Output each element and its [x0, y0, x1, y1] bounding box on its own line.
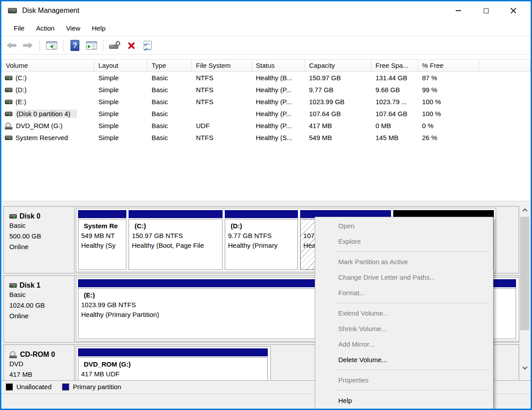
- scrollbar-thumb[interactable]: [520, 217, 529, 330]
- cell-type: Basic: [148, 74, 192, 82]
- disk-info-line: 500.00 GB: [9, 231, 74, 242]
- column-header-free-spa[interactable]: Free Spa...: [372, 59, 418, 72]
- disk-info-cd-rom-0[interactable]: CD-ROM 0DVD417 MB: [4, 345, 74, 380]
- cell-file-system: UDF: [192, 122, 252, 129]
- toolbar-button-forward[interactable]: [21, 39, 35, 52]
- cell-free-space: 9.68 GB: [372, 86, 418, 94]
- context-menu-item-explore: Explore: [315, 234, 493, 249]
- cell-layout: Simple: [94, 134, 148, 141]
- volume-row-system-reserved[interactable]: System ReservedSimpleBasicNTFSHealthy (S…: [1, 132, 531, 144]
- volume-row-dvd_rom-(g:)[interactable]: DVD_ROM (G:)SimpleBasicUDFHealthy (P...4…: [1, 120, 531, 132]
- volume-row-(c:)[interactable]: (C:)SimpleBasicNTFSHealthy (B...150.97 G…: [1, 72, 531, 84]
- close-icon: [510, 8, 516, 14]
- legend-swatch: [6, 383, 13, 390]
- context-menu-item-help[interactable]: Help: [315, 393, 493, 408]
- cell-pct-free: 26 %: [418, 134, 479, 141]
- partition-body: DVD_ROM (G:)417 MB UDF: [78, 357, 268, 380]
- partition-size-line: 150.97 GB NTFS: [132, 231, 219, 241]
- cell-pct-free: 100 %: [418, 98, 479, 105]
- help-icon: ?: [70, 40, 79, 51]
- partition-title: DVD_ROM (G:): [81, 359, 265, 369]
- partition-title: (C:): [132, 221, 219, 231]
- partition-block-(d:)[interactable]: (D:)9.77 GB NTFSHealthy (Primary: [225, 210, 298, 270]
- minimize-button[interactable]: [445, 1, 472, 20]
- cell-type: Basic: [148, 134, 192, 141]
- toolbar-button-back[interactable]: [5, 39, 18, 52]
- disk-info-disk-1[interactable]: Disk 1Basic1024.00 GBOnline: [4, 276, 74, 342]
- scroll-up-button[interactable]: [520, 205, 530, 214]
- volume-list: VolumeLayoutTypeFile SystemStatusCapacit…: [1, 55, 531, 201]
- cell-file-system: NTFS: [192, 134, 252, 141]
- volume-cell: (E:): [1, 98, 94, 105]
- cell-type: Basic: [148, 110, 192, 117]
- caption-controls: [445, 1, 527, 20]
- column-header-%-free[interactable]: % Free: [418, 59, 479, 72]
- back-icon: [7, 43, 16, 49]
- legend-item-primary-partition: Primary partition: [62, 383, 121, 390]
- toolbar-button-show-console-tree[interactable]: [45, 39, 58, 52]
- column-header-volume[interactable]: Volume: [1, 59, 94, 72]
- cell-status: Healthy (S...: [252, 134, 305, 141]
- column-header-status[interactable]: Status: [252, 59, 305, 72]
- cd-icon: [5, 122, 13, 129]
- toolbar-button-checklist[interactable]: [141, 39, 154, 52]
- partition-block-system-re[interactable]: System Re549 MB NTHealthy (Sy: [78, 210, 126, 270]
- menu-file[interactable]: File: [8, 22, 30, 35]
- close-button[interactable]: [500, 1, 527, 20]
- partition-color-bar: [78, 210, 126, 218]
- cell-capacity: 417 MB: [305, 122, 372, 129]
- cell-status: Healthy (P...: [252, 110, 305, 117]
- toolbar-button-device-search[interactable]: [108, 39, 121, 52]
- menu-action[interactable]: Action: [30, 22, 60, 35]
- scroll-down-button[interactable]: [520, 364, 530, 373]
- splitter[interactable]: [1, 201, 531, 204]
- toolbar-button-show-action-pane[interactable]: [85, 39, 98, 52]
- drive-icon: [5, 100, 12, 104]
- partition-block-dvd_rom-(g:)[interactable]: DVD_ROM (G:)417 MB UDF: [78, 348, 268, 380]
- cell-capacity: 1023.99 GB: [305, 98, 372, 105]
- column-header-file-system[interactable]: File System: [192, 59, 252, 72]
- cell-file-system: NTFS: [192, 74, 252, 82]
- chevron-up-icon: [522, 208, 527, 213]
- column-header-capacity[interactable]: Capacity: [305, 59, 372, 72]
- context-menu-item-add-mirror: Add Mirror...: [315, 336, 493, 352]
- checklist-icon: [144, 41, 152, 50]
- context-menu-item-delete-volume[interactable]: Delete Volume...: [315, 352, 493, 367]
- column-header-layout[interactable]: Layout: [94, 59, 148, 72]
- toolbar-button-delete[interactable]: [125, 39, 138, 52]
- column-header-filler: [479, 59, 531, 72]
- cell-free-space: 131.44 GB: [372, 74, 418, 82]
- cd-icon: [9, 351, 17, 358]
- vertical-scrollbar[interactable]: [520, 205, 530, 373]
- menu-help[interactable]: Help: [86, 22, 111, 35]
- volume-row-(disk-0-partition-4)[interactable]: (Disk 0 partition 4)SimpleBasicHealthy (…: [1, 108, 531, 120]
- partition-block-(c:)[interactable]: (C:)150.97 GB NTFSHealthy (Boot, Page Fi…: [129, 210, 223, 270]
- cell-layout: Simple: [94, 74, 148, 82]
- disk-info-line: 417 MB: [9, 369, 74, 380]
- cell-capacity: 150.97 GB: [305, 74, 372, 82]
- disk-info-line: Online: [9, 242, 74, 252]
- volume-row-(e:)[interactable]: (E:)SimpleBasicNTFSHealthy (P...1023.99 …: [1, 96, 531, 108]
- partition-body: (D:)9.77 GB NTFSHealthy (Primary: [225, 219, 298, 270]
- cell-capacity: 9.77 GB: [305, 86, 372, 94]
- menu-view[interactable]: View: [60, 22, 86, 35]
- drive-icon: [9, 283, 17, 288]
- partition-title: (D:): [228, 221, 295, 231]
- toolbar-button-help[interactable]: ?: [68, 39, 82, 52]
- cell-layout: Simple: [94, 110, 148, 117]
- disk-graph-box: DVD_ROM (G:)417 MB UDF: [76, 346, 271, 380]
- disk-info-line: Basic: [9, 220, 74, 231]
- drive-icon: [5, 88, 12, 92]
- cell-free-space: 0 MB: [372, 122, 418, 129]
- disk-info-disk-0[interactable]: Disk 0Basic500.00 GBOnline: [4, 207, 74, 273]
- column-header-type[interactable]: Type: [148, 59, 192, 72]
- partition-title: System Re: [81, 221, 123, 231]
- cell-free-space: 107.64 GB: [372, 110, 418, 117]
- titlebar: Disk Management: [1, 1, 531, 20]
- maximize-icon: [484, 8, 489, 13]
- maximize-button[interactable]: [472, 1, 500, 20]
- disk-info-line: 1024.00 GB: [9, 300, 74, 311]
- volume-row-(d:)[interactable]: (D:)SimpleBasicNTFSHealthy (P...9.77 GB9…: [1, 84, 531, 96]
- cell-pct-free: 99 %: [418, 86, 479, 94]
- cell-pct-free: 100 %: [418, 110, 479, 117]
